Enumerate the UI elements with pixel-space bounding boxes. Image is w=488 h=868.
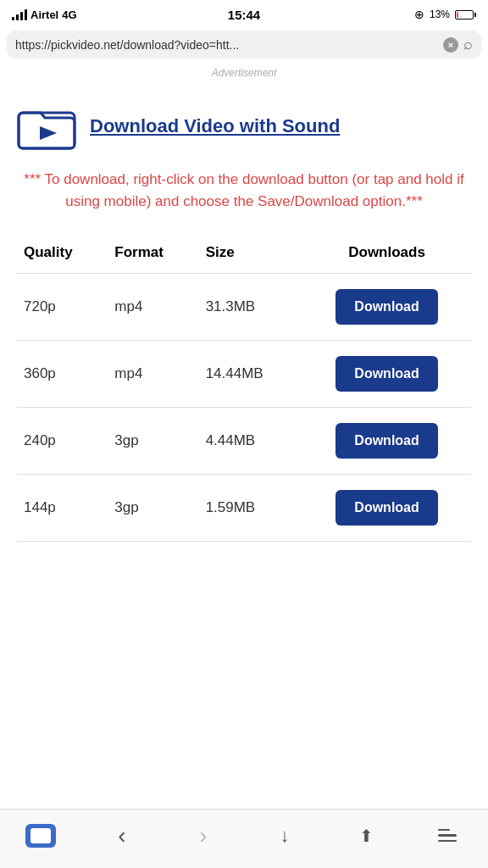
download-cell: Download (302, 475, 471, 542)
download-button-2[interactable]: Download (336, 423, 437, 459)
address-bar[interactable]: https://pickvideo.net/download?video=htt… (7, 31, 481, 58)
format-cell: mp4 (108, 341, 198, 408)
quality-cell: 144p (17, 475, 108, 542)
tab-icon (25, 824, 56, 848)
size-cell: 31.3MB (199, 274, 303, 341)
table-row: 720p mp4 31.3MB Download (17, 274, 471, 341)
size-cell: 1.59MB (199, 475, 303, 542)
status-bar: Airtel 4G 15:44 ⊕ 13% (0, 0, 488, 27)
bottom-browser-nav: ‹ › ↓ ⬆ (0, 809, 488, 868)
size-cell: 4.44MB (199, 408, 303, 475)
download-nav-icon: ↓ (280, 825, 290, 847)
tab-switcher-button[interactable] (19, 817, 62, 854)
wifi-icon: ⊕ (414, 8, 424, 21)
quality-cell: 720p (17, 274, 108, 341)
downloads-table: Quality Format Size Downloads 720p mp4 3… (17, 236, 471, 542)
main-content: Download Video with Sound *** To downloa… (0, 87, 488, 555)
network-type: 4G (62, 8, 76, 21)
download-button-0[interactable]: Download (336, 289, 437, 325)
status-time: 15:44 (228, 8, 260, 22)
quality-cell: 240p (17, 408, 108, 475)
folder-play-icon (17, 101, 76, 152)
format-cell: 3gp (108, 408, 198, 475)
download-link-section: Download Video with Sound (17, 101, 471, 152)
format-cell: mp4 (108, 274, 198, 341)
back-button[interactable]: ‹ (101, 817, 143, 854)
battery-percent: 13% (430, 8, 450, 20)
download-video-link[interactable]: Download Video with Sound (90, 114, 340, 139)
menu-icon (438, 829, 457, 843)
download-button-1[interactable]: Download (336, 356, 437, 392)
forward-button[interactable]: › (182, 817, 225, 854)
table-row: 144p 3gp 1.59MB Download (17, 475, 471, 542)
close-tab-button[interactable]: × (443, 37, 458, 53)
table-row: 360p mp4 14.44MB Download (17, 341, 471, 408)
table-header-row: Quality Format Size Downloads (17, 236, 471, 274)
header-format: Format (108, 236, 198, 274)
download-nav-button[interactable]: ↓ (263, 817, 306, 854)
advertisement-label: Advertisement (0, 62, 488, 87)
format-cell: 3gp (108, 475, 198, 542)
forward-icon: › (199, 822, 207, 849)
battery-icon (455, 10, 476, 19)
download-cell: Download (302, 341, 471, 408)
svg-marker-1 (40, 126, 57, 140)
menu-button[interactable] (426, 817, 469, 854)
carrier-name: Airtel (30, 8, 58, 21)
header-downloads: Downloads (302, 236, 471, 274)
url-text: https://pickvideo.net/download?video=htt… (15, 38, 438, 52)
table-row: 240p 3gp 4.44MB Download (17, 408, 471, 475)
download-cell: Download (302, 408, 471, 475)
size-cell: 14.44MB (199, 341, 303, 408)
back-icon: ‹ (118, 822, 125, 849)
quality-cell: 360p (17, 341, 108, 408)
header-size: Size (199, 236, 303, 274)
carrier-info: Airtel 4G (12, 8, 77, 21)
download-button-3[interactable]: Download (336, 490, 437, 526)
bookmark-icon[interactable]: ⌕ (463, 36, 473, 53)
status-right-icons: ⊕ 13% (414, 8, 476, 21)
share-button[interactable]: ⬆ (345, 817, 387, 854)
download-cell: Download (302, 274, 471, 341)
signal-icon (12, 8, 27, 20)
share-icon: ⬆ (359, 826, 374, 846)
header-quality: Quality (17, 236, 108, 274)
instruction-text: *** To download, right-click on the down… (17, 169, 471, 212)
